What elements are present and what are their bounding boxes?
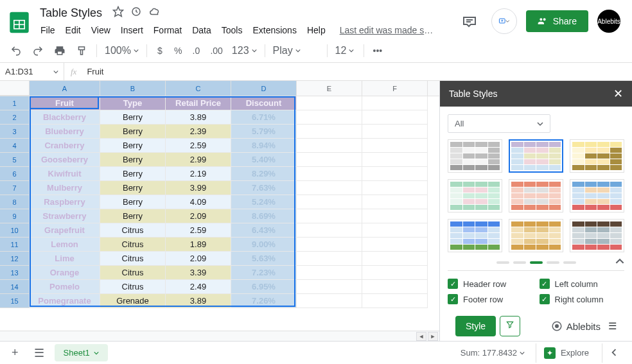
row-header[interactable]: 13 bbox=[0, 266, 30, 280]
row-header[interactable]: 9 bbox=[0, 209, 30, 223]
cell[interactable] bbox=[362, 266, 428, 280]
page-dot[interactable] bbox=[547, 261, 559, 264]
currency-icon[interactable]: $ bbox=[152, 42, 168, 59]
cell[interactable]: 7.23% bbox=[231, 266, 297, 280]
paint-format-icon[interactable] bbox=[72, 42, 91, 59]
row-header[interactable]: 11 bbox=[0, 238, 30, 252]
cell[interactable] bbox=[362, 181, 428, 195]
add-sheet-icon[interactable]: + bbox=[6, 343, 24, 362]
cell[interactable]: Fruit bbox=[30, 96, 100, 110]
font-select[interactable]: Play bbox=[270, 44, 322, 58]
cell[interactable] bbox=[362, 238, 428, 252]
comments-icon[interactable] bbox=[457, 8, 482, 34]
share-button[interactable]: Share bbox=[526, 10, 588, 32]
menu-edit[interactable]: Edit bbox=[61, 22, 85, 38]
cell[interactable]: Berry bbox=[100, 209, 166, 223]
cell[interactable]: Blackberry bbox=[30, 110, 100, 125]
row-header[interactable]: 14 bbox=[0, 280, 30, 294]
menu-tools[interactable]: Tools bbox=[217, 22, 247, 38]
print-icon[interactable] bbox=[50, 42, 69, 59]
menu-file[interactable]: File bbox=[36, 22, 60, 38]
cell[interactable]: 2.99 bbox=[166, 153, 231, 167]
cell[interactable]: 5.24% bbox=[231, 195, 297, 209]
cell[interactable]: Grapefruit bbox=[30, 223, 100, 238]
undo-icon[interactable] bbox=[6, 42, 26, 59]
row-header[interactable]: 15 bbox=[0, 294, 30, 308]
style-thumbnail[interactable] bbox=[509, 219, 563, 252]
row-header[interactable]: 6 bbox=[0, 167, 30, 181]
row-header[interactable]: 3 bbox=[0, 125, 30, 139]
cell[interactable]: 8.29% bbox=[231, 167, 297, 181]
page-dot-active[interactable] bbox=[530, 261, 543, 264]
sheets-logo[interactable] bbox=[6, 10, 32, 35]
panel-close-icon[interactable]: ✕ bbox=[613, 87, 623, 101]
cell[interactable] bbox=[297, 266, 362, 280]
decrease-decimal-icon[interactable]: .0 bbox=[188, 42, 204, 59]
cell[interactable] bbox=[297, 125, 362, 139]
cell[interactable]: 9.00% bbox=[231, 238, 297, 252]
font-size-select[interactable]: 12 bbox=[333, 44, 358, 58]
cell[interactable]: Citrus bbox=[100, 238, 166, 252]
cell[interactable] bbox=[297, 223, 362, 238]
cell[interactable] bbox=[297, 139, 362, 153]
menu-extensions[interactable]: Extensions bbox=[248, 22, 301, 38]
column-header-A[interactable]: A bbox=[30, 81, 100, 96]
column-header-E[interactable]: E bbox=[297, 81, 362, 96]
cell[interactable]: Berry bbox=[100, 125, 166, 139]
cell[interactable]: Kiwifruit bbox=[30, 167, 100, 181]
row-header[interactable]: 1 bbox=[0, 96, 30, 110]
row-header[interactable]: 4 bbox=[0, 139, 30, 153]
document-title[interactable]: Table Styles bbox=[36, 5, 106, 21]
style-thumbnail[interactable] bbox=[570, 179, 624, 212]
last-edit-link[interactable]: Last edit was made se... bbox=[335, 22, 438, 38]
cell[interactable]: 5.63% bbox=[231, 252, 297, 266]
column-header-F[interactable]: F bbox=[362, 81, 428, 96]
cell[interactable] bbox=[297, 153, 362, 167]
select-all-corner[interactable] bbox=[0, 81, 30, 96]
cell[interactable]: Raspberry bbox=[30, 195, 100, 209]
cell[interactable] bbox=[297, 209, 362, 223]
footer-row-checkbox[interactable]: ✓Footer row bbox=[448, 294, 533, 304]
cell[interactable] bbox=[362, 294, 428, 308]
cell[interactable]: 3.89 bbox=[166, 110, 231, 125]
cell[interactable]: 2.49 bbox=[166, 280, 231, 294]
cell[interactable]: Citrus bbox=[100, 223, 166, 238]
style-thumbnail[interactable] bbox=[509, 179, 563, 212]
explore-button[interactable]: ✦ Explore bbox=[536, 343, 597, 363]
cell[interactable] bbox=[362, 167, 428, 181]
zoom-select[interactable]: 100% bbox=[102, 44, 141, 58]
cell[interactable] bbox=[362, 139, 428, 153]
style-thumbnail[interactable] bbox=[448, 139, 502, 173]
column-header-B[interactable]: B bbox=[100, 81, 166, 96]
cell[interactable]: 2.09 bbox=[166, 252, 231, 266]
cell[interactable] bbox=[297, 294, 362, 308]
more-icon[interactable]: ••• bbox=[369, 42, 387, 59]
cell[interactable]: Cranberry bbox=[30, 139, 100, 153]
column-header-D[interactable]: D bbox=[231, 81, 297, 96]
cell[interactable]: Mulberry bbox=[30, 181, 100, 195]
cell[interactable]: Strawberry bbox=[30, 209, 100, 223]
row-header[interactable]: 12 bbox=[0, 252, 30, 266]
filter-style-button[interactable] bbox=[500, 316, 520, 336]
cell[interactable]: 6.95% bbox=[231, 280, 297, 294]
cell[interactable] bbox=[297, 238, 362, 252]
formula-input[interactable]: Fruit bbox=[83, 67, 632, 76]
cell[interactable]: 7.63% bbox=[231, 181, 297, 195]
cell[interactable]: 5.79% bbox=[231, 125, 297, 139]
column-header-C[interactable]: C bbox=[166, 81, 231, 96]
move-icon[interactable] bbox=[130, 6, 142, 20]
style-thumbnail[interactable] bbox=[509, 139, 563, 173]
sheet-area[interactable]: ABCDEF 1FruitTypeRetail PriceDiscount2Bl… bbox=[0, 81, 439, 341]
cell[interactable] bbox=[362, 252, 428, 266]
cell[interactable]: Berry bbox=[100, 167, 166, 181]
cell[interactable] bbox=[362, 96, 428, 110]
name-box[interactable]: A1:D31 bbox=[0, 63, 64, 80]
style-thumbnail[interactable] bbox=[448, 219, 502, 252]
cell[interactable]: Retail Price bbox=[166, 96, 231, 110]
star-icon[interactable] bbox=[112, 6, 124, 20]
cell[interactable]: Blueberry bbox=[30, 125, 100, 139]
cell[interactable]: 3.89 bbox=[166, 294, 231, 308]
style-thumbnail[interactable] bbox=[570, 219, 624, 252]
cell[interactable] bbox=[362, 110, 428, 125]
all-sheets-icon[interactable]: ☰ bbox=[29, 343, 49, 363]
